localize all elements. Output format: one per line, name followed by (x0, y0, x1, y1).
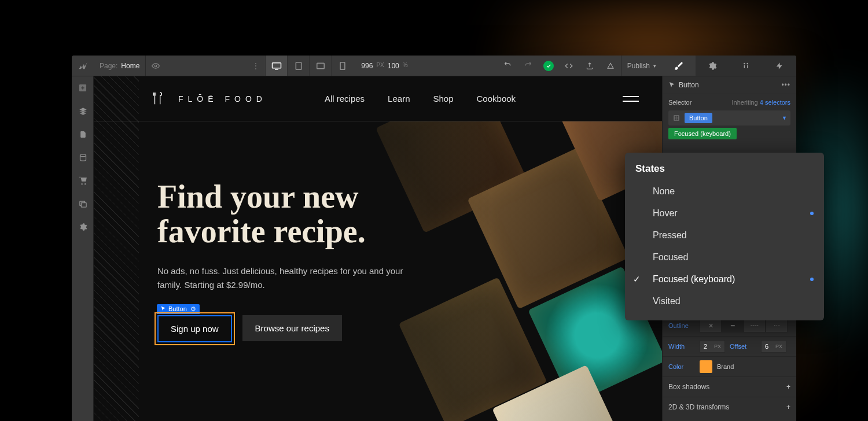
canvas-dimensions[interactable]: 996 PX 100 % (353, 62, 415, 70)
site-preview: FLŌĒ FOOD All recipes Learn Shop Cookboo… (94, 76, 662, 421)
state-option[interactable]: Pressed (625, 224, 824, 246)
svg-rect-2 (296, 62, 301, 69)
breakpoint-tablet-icon[interactable] (287, 56, 309, 76)
pages-icon[interactable] (72, 123, 94, 146)
breakpoint-desktop-icon[interactable] (265, 56, 287, 76)
left-toolbar (72, 76, 94, 421)
hero-content: Find your new favorite recipe. No ads, n… (157, 179, 470, 342)
offset-input[interactable]: 6PX (761, 340, 786, 353)
class-chip[interactable]: Button (685, 113, 712, 123)
page-label: Page: (100, 62, 117, 70)
outline-label: Outline (668, 322, 695, 329)
topbar-actions: Publish▾ (497, 56, 662, 76)
interactions-tab-icon[interactable] (763, 56, 796, 76)
ecommerce-icon[interactable] (72, 169, 94, 192)
signup-button[interactable]: Sign up now (157, 315, 232, 342)
fork-spoon-icon (152, 91, 164, 106)
svg-point-6 (746, 62, 748, 64)
design-canvas[interactable]: FLŌĒ FOOD All recipes Learn Shop Cookboo… (94, 76, 662, 421)
element-more-icon[interactable]: ••• (781, 81, 790, 89)
brand-block[interactable]: FLŌĒ FOOD (152, 91, 267, 106)
state-dropdown-icon[interactable]: ▼ (782, 115, 787, 121)
settings-tab-icon[interactable] (696, 56, 729, 76)
outline-none-button[interactable]: ✕ (700, 319, 722, 333)
width-label: Width (668, 343, 695, 350)
status-ok-icon[interactable] (543, 61, 554, 71)
assets-icon[interactable] (72, 192, 94, 215)
page-name: Home (121, 62, 139, 70)
menu-icon[interactable] (623, 96, 639, 102)
breakpoint-tablet-landscape-icon[interactable] (309, 56, 331, 76)
canvas-gutter (94, 76, 139, 421)
selector-target-icon (671, 112, 682, 124)
element-indicator: Button ••• (663, 76, 796, 94)
color-swatch[interactable] (700, 360, 712, 373)
hero-section: Find your new favorite recipe. No ads, n… (94, 121, 662, 421)
selected-element-wrapper: Button ⚙ Sign up now (157, 315, 232, 342)
box-shadows-section[interactable]: Box shadows + (663, 376, 796, 397)
code-icon[interactable] (558, 56, 579, 76)
gear-icon[interactable]: ⚙ (190, 305, 196, 313)
redo-icon[interactable] (518, 56, 539, 76)
nav-links: All recipes Learn Shop Cookbook (325, 94, 516, 104)
add-icon[interactable]: + (786, 403, 790, 411)
class-selector-field[interactable]: Button ▼ (668, 110, 790, 125)
undo-icon[interactable] (497, 56, 518, 76)
preview-icon[interactable] (146, 62, 165, 70)
nav-link[interactable]: Cookbook (477, 94, 516, 104)
hero-title[interactable]: Find your new favorite recipe. (157, 179, 470, 249)
state-option[interactable]: Focused (keyboard) (625, 268, 824, 290)
color-name[interactable]: Brand (717, 363, 734, 370)
selector-row: Selector Inheriting 4 selectors (663, 94, 796, 108)
state-option[interactable]: Hover (625, 202, 824, 224)
audit-icon[interactable] (600, 56, 621, 76)
site-navbar: FLŌĒ FOOD All recipes Learn Shop Cookboo… (94, 76, 662, 121)
outline-color-property: Color Brand (663, 356, 796, 376)
outline-dotted-button[interactable]: ⋯ (766, 319, 788, 333)
svg-rect-3 (317, 63, 324, 68)
svg-rect-10 (81, 202, 86, 207)
export-icon[interactable] (579, 56, 600, 76)
width-input[interactable]: 2PX (700, 340, 725, 353)
publish-button[interactable]: Publish▾ (621, 56, 662, 76)
top-toolbar: Page: Home ⋮ 996 PX 100 % Publish (72, 56, 796, 76)
webflow-logo-icon[interactable] (72, 61, 94, 71)
inheriting-info[interactable]: Inheriting 4 selectors (731, 99, 790, 106)
states-popover: States NoneHoverPressedFocusedFocused (k… (625, 153, 824, 320)
brand-name: FLŌĒ FOOD (178, 94, 267, 104)
project-settings-icon[interactable] (72, 215, 94, 238)
breakpoint-phone-icon[interactable] (331, 56, 353, 76)
nav-link[interactable]: Shop (433, 94, 453, 104)
style-tab-icon[interactable] (662, 56, 696, 76)
offset-label: Offset (730, 343, 756, 350)
state-option[interactable]: Visited (625, 290, 824, 312)
cursor-icon (668, 82, 675, 88)
state-option[interactable]: Focused (625, 246, 824, 268)
selector-label: Selector (668, 99, 692, 106)
svg-point-8 (80, 154, 86, 156)
state-chip[interactable]: Focused (keyboard) (668, 128, 737, 139)
navigator-icon[interactable] (72, 99, 94, 123)
element-type: Button (679, 81, 699, 89)
svg-rect-4 (340, 62, 345, 69)
page-selector[interactable]: Page: Home (94, 56, 146, 76)
cms-icon[interactable] (72, 146, 94, 169)
spacing-tab-icon[interactable] (729, 56, 763, 76)
color-label: Color (668, 363, 695, 370)
nav-link[interactable]: All recipes (325, 94, 365, 104)
transforms-section[interactable]: 2D & 3D transforms + (663, 397, 796, 417)
browse-button[interactable]: Browse our recipes (242, 315, 342, 341)
nav-link[interactable]: Learn (388, 94, 410, 104)
hero-subtitle[interactable]: No ads, no fuss. Just delicious, healthy… (157, 264, 424, 292)
canvas-width: 996 (361, 62, 373, 70)
more-icon[interactable]: ⋮ (247, 62, 265, 70)
svg-point-5 (744, 62, 745, 64)
add-icon[interactable]: + (786, 383, 790, 391)
outline-dashed-button[interactable]: ╌╌ (744, 319, 766, 333)
selection-tag[interactable]: Button ⚙ (157, 304, 200, 314)
outline-width-offset-property: Width 2PX Offset 6PX (663, 336, 796, 356)
outline-solid-button[interactable]: ━ (722, 319, 744, 333)
chevron-down-icon: ▾ (653, 63, 656, 69)
state-option[interactable]: None (625, 180, 824, 202)
add-element-icon[interactable] (72, 76, 94, 99)
